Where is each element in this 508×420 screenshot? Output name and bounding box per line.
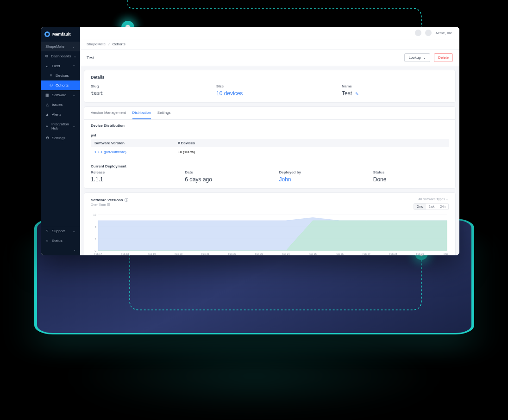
svg-text:0: 0 [95,249,97,252]
page-title: Test [87,56,401,60]
sidebar-item-label: Issues [52,103,63,107]
name-label: Name [342,84,449,88]
sidebar-item-label: Software [52,93,67,97]
lookup-button[interactable]: Lookup ⌄ [404,53,430,62]
svg-text:Feb 20: Feb 20 [175,253,182,255]
topbar: Acme, Inc. [80,27,459,39]
range-24h[interactable]: 24h [437,204,448,210]
svg-text:Feb 28: Feb 28 [389,253,397,255]
distribution-series-name: pvt [84,130,455,139]
deployed-by-label: Deployed by [279,170,355,174]
sidebar-item-label: Settings [52,136,65,140]
chart-card: Software Versions ⓘ Over Time ▥ All Soft… [84,192,456,255]
sidebar-item-integration[interactable]: ⚭ Integration Hub ⌄ [41,119,80,133]
deployment-heading: Current Deployment [84,161,455,170]
sidebar-item-label: Devices [56,74,69,78]
gear-icon: ⚙ [45,136,49,140]
info-icon[interactable]: ⓘ [125,198,128,203]
warn-icon: △ [45,103,49,107]
size-label: Size [216,84,323,88]
breadcrumb-root[interactable]: ShapeMate [87,42,106,46]
tab-distribution[interactable]: Distribution [132,107,151,119]
app-window: Memfault ShapeMate ⌄ ⧉ Dashboards ⌄ ⩊ Fl… [41,27,459,255]
chart-subtitle: Over Time ▥ [91,203,128,206]
version-link[interactable]: 1.1.1 (pvt-software) [94,150,126,154]
sidebar-item-label: Support [52,229,65,233]
sidebar-item-cohorts[interactable]: ⚇ Cohorts [41,80,80,90]
sidebar: Memfault ShapeMate ⌄ ⧉ Dashboards ⌄ ⩊ Fl… [41,27,80,255]
user-avatar-icon[interactable] [425,30,432,36]
org-name[interactable]: Acme, Inc. [435,31,453,35]
brand-name: Memfault [52,32,71,37]
chevron-left-icon: ‹ [74,248,75,253]
chart-plot: 04812Feb 17Feb 18Feb 19Feb 20Feb 21Feb 2… [91,214,449,255]
table-row: 1.1.1 (pvt-software) 10 (100%) [91,147,449,157]
chevron-down-icon: ⌄ [73,124,75,128]
sidebar-item-label: Cohorts [56,83,69,87]
size-value-link[interactable]: 10 devices [216,90,243,97]
sidebar-item-label: Alerts [52,112,61,117]
collapse-sidebar-button[interactable]: ‹ [41,246,80,255]
sidebar-item-label: Dashboards [51,54,71,58]
slug-value: test [91,90,198,96]
sidebar-item-alerts[interactable]: ▲ Alerts [41,110,80,119]
distribution-table: Software Version # Devices 1.1.1 (pvt-so… [91,139,449,157]
notification-icon[interactable] [415,30,421,36]
grid-icon: ▦ [45,93,49,97]
svg-text:Feb 29: Feb 29 [416,253,424,255]
delete-button[interactable]: Delete [434,53,453,62]
users-icon: ⚇ [49,84,53,87]
svg-text:Feb 27: Feb 27 [363,253,370,255]
tab-settings[interactable]: Settings [157,107,171,119]
lookup-label: Lookup [408,56,420,60]
distribution-panel: Version Management Distribution Settings… [84,106,456,189]
svg-text:Feb 23: Feb 23 [255,253,263,255]
breadcrumb-sep: / [108,42,109,46]
svg-text:4: 4 [95,237,97,240]
plug-icon: ⚭ [45,124,49,128]
edit-icon[interactable]: ✎ [355,92,359,96]
content-scroll[interactable]: Details Slug test Size 10 devices Name [80,66,459,255]
status-icon: ○ [45,239,49,243]
release-value: 1.1.1 [91,176,166,183]
tabs: Version Management Distribution Settings [84,107,455,120]
chevron-down-icon: ⌄ [72,44,75,49]
brand: Memfault [41,27,80,42]
slug-label: Slug [91,84,198,88]
col-version-header: Software Version [94,141,178,145]
svg-text:Mar 1: Mar 1 [444,253,449,255]
main-content: Acme, Inc. ShapeMate / Cohorts Test Look… [80,27,459,255]
sidebar-item-label: Fleet [52,64,60,68]
svg-text:Feb 25: Feb 25 [309,253,317,255]
svg-text:Feb 24: Feb 24 [282,253,290,255]
deployed-by-link[interactable]: John [279,176,291,183]
software-type-filter[interactable]: All Software Types ⌄ [418,198,449,201]
sidebar-item-status[interactable]: ○ Status [41,236,80,246]
chevron-up-icon: ⌃ [73,64,75,68]
chevron-down-icon: ⌄ [446,198,449,201]
name-value: Test [342,90,352,97]
range-2mo[interactable]: 2mo [414,204,426,210]
breadcrumb: ShapeMate / Cohorts [80,39,459,49]
chevron-down-icon: ⌄ [73,229,75,233]
range-2wk[interactable]: 2wk [426,204,437,210]
sidebar-item-software[interactable]: ▦ Software ⌄ [41,90,80,100]
svg-text:Feb 17: Feb 17 [94,253,102,255]
sidebar-item-fleet[interactable]: ⩊ Fleet ⌃ [41,61,80,71]
page-header: Test Lookup ⌄ Delete [80,49,459,66]
project-selector[interactable]: ShapeMate ⌄ [41,42,80,51]
sidebar-item-devices[interactable]: ≡ Devices [41,71,80,80]
svg-text:Feb 26: Feb 26 [336,253,344,255]
bell-icon: ▲ [45,113,49,117]
svg-text:Feb 22: Feb 22 [228,253,236,255]
svg-text:Feb 18: Feb 18 [121,253,129,255]
release-label: Release [91,170,166,174]
project-selector-label: ShapeMate [45,44,64,49]
sidebar-item-dashboards[interactable]: ⧉ Dashboards ⌄ [41,51,80,61]
tab-version-management[interactable]: Version Management [91,107,126,119]
sidebar-item-issues[interactable]: △ Issues [41,100,80,110]
chevron-down-icon: ⌄ [74,55,76,58]
sidebar-item-settings[interactable]: ⚙ Settings [41,133,80,143]
sidebar-item-support[interactable]: ? Support ⌄ [41,226,80,236]
distribution-heading: Device Distribution [84,120,455,130]
